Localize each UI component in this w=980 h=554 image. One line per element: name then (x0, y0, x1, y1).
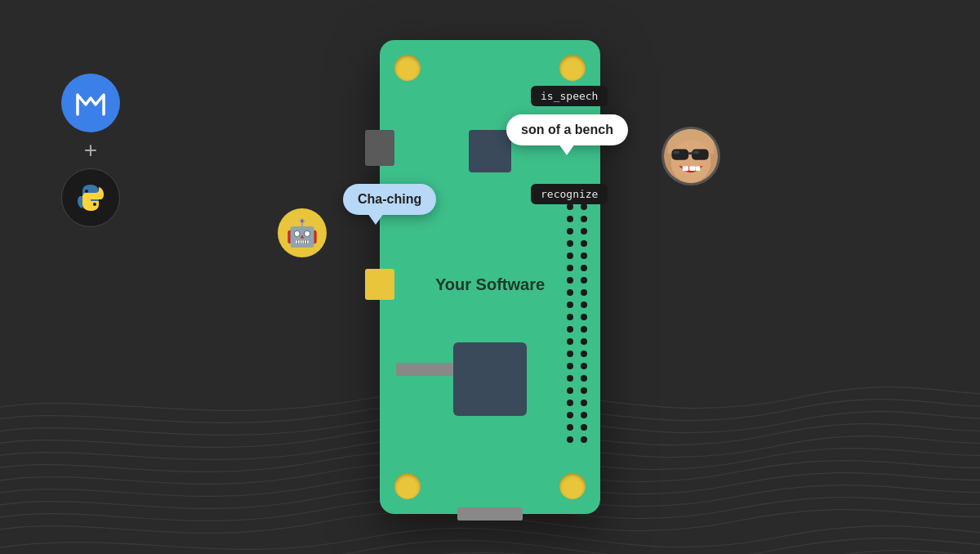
board-label: Your Software (435, 275, 545, 294)
mixpanel-logo (61, 74, 120, 132)
svg-rect-8 (693, 150, 700, 154)
corner-bolt-br (559, 473, 586, 499)
corner-bolt-tr (559, 55, 586, 81)
python-logo (61, 168, 120, 227)
chip-large (453, 342, 527, 416)
svg-rect-5 (692, 150, 709, 160)
corner-bolt-tl (394, 55, 421, 81)
cha-ching-bubble: Cha-ching (343, 184, 436, 215)
svg-rect-10 (689, 166, 696, 171)
svg-rect-11 (696, 166, 701, 171)
svg-rect-7 (673, 150, 679, 154)
person-face-svg (664, 127, 718, 185)
person-photo (662, 127, 720, 185)
is-speech-tag: is_speech (531, 86, 608, 106)
svg-rect-4 (671, 150, 688, 160)
chip-small (469, 130, 511, 172)
gpio-dots (567, 203, 589, 443)
corner-bolt-bl (394, 473, 421, 499)
main-content: + (0, 0, 980, 554)
speech-bubble-text: son of a bench (506, 114, 628, 145)
robot-icon: 🤖 (278, 208, 327, 257)
svg-rect-6 (688, 152, 693, 154)
bottom-connector (457, 507, 523, 520)
python-icon (74, 181, 107, 214)
usb-port-yellow (365, 269, 394, 300)
recognize-tag: recognize (531, 184, 608, 204)
port-top-left (365, 130, 394, 166)
raspberry-pi-board: Your Software (380, 40, 600, 514)
plus-divider: + (84, 139, 97, 162)
logo-stack: + (61, 74, 120, 227)
svg-rect-9 (683, 166, 689, 171)
gpio-bar (396, 363, 461, 376)
mixpanel-icon (74, 88, 107, 118)
svg-point-3 (670, 140, 710, 183)
